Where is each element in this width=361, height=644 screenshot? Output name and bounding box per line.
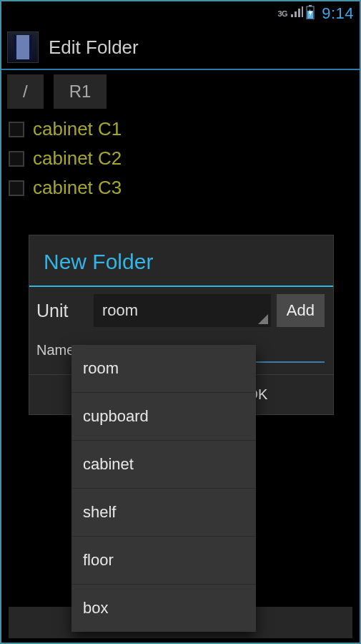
- list-item[interactable]: cabinet C2: [9, 144, 352, 173]
- page-title: Edit Folder: [49, 36, 139, 59]
- signal-icon: [290, 6, 303, 21]
- folder-label: cabinet C2: [33, 147, 122, 170]
- add-button[interactable]: Add: [277, 294, 325, 327]
- clock-text: 9:14: [322, 4, 354, 23]
- breadcrumb: / R1: [1, 70, 360, 109]
- status-bar: 3G 9:14: [1, 1, 360, 26]
- dropdown-item[interactable]: cabinet: [71, 441, 256, 489]
- checkbox[interactable]: [9, 151, 24, 167]
- breadcrumb-current-button[interactable]: R1: [54, 74, 107, 109]
- app-icon: [7, 31, 39, 63]
- dropdown-item[interactable]: room: [71, 345, 256, 393]
- battery-icon: [306, 5, 315, 22]
- unit-dropdown: room cupboard cabinet shelf floor box: [71, 345, 256, 632]
- dropdown-item[interactable]: box: [71, 585, 256, 632]
- list-item[interactable]: cabinet C3: [9, 173, 352, 203]
- dropdown-item[interactable]: cupboard: [71, 393, 256, 441]
- dropdown-item[interactable]: floor: [71, 537, 256, 585]
- folder-label: cabinet C3: [33, 177, 122, 199]
- checkbox[interactable]: [9, 122, 24, 137]
- dialog-title: New Folder: [29, 235, 333, 287]
- unit-value: room: [102, 301, 138, 320]
- dropdown-item[interactable]: shelf: [71, 489, 256, 537]
- network-3g-icon: 3G: [277, 9, 287, 18]
- breadcrumb-root-button[interactable]: /: [7, 74, 44, 109]
- app-bar: Edit Folder: [1, 26, 360, 70]
- unit-label: Unit: [36, 301, 88, 321]
- folder-label: cabinet C1: [33, 118, 122, 140]
- list-item[interactable]: cabinet C1: [9, 114, 352, 144]
- checkbox[interactable]: [9, 180, 24, 196]
- unit-spinner[interactable]: room: [94, 294, 271, 327]
- folder-list: cabinet C1 cabinet C2 cabinet C3: [1, 109, 360, 208]
